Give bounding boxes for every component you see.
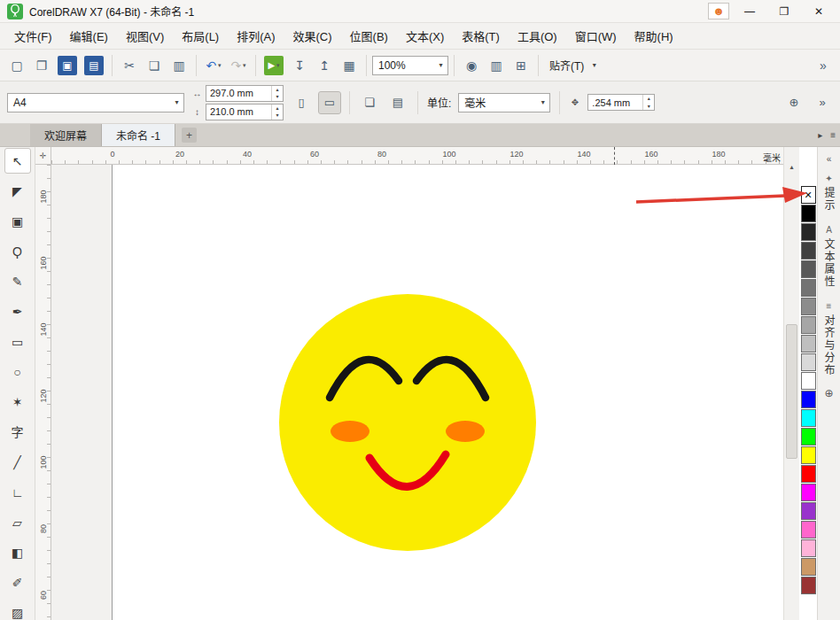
new-document-button[interactable]: ▢ (5, 54, 28, 77)
caret-down-icon[interactable]: ▾ (536, 98, 549, 106)
maximize-button[interactable]: ❐ (770, 3, 798, 20)
transparency-tool[interactable]: ◧ (5, 540, 30, 564)
landscape-button[interactable]: ▭ (319, 92, 340, 113)
color-swatch[interactable] (801, 316, 816, 334)
color-swatch[interactable] (801, 279, 816, 297)
undo-button[interactable]: ↶▾ (202, 54, 225, 77)
menu-item[interactable]: 文本(X) (397, 23, 453, 49)
color-swatch[interactable] (801, 335, 816, 353)
tab-menu-icon[interactable]: ≡ (830, 130, 836, 140)
page-size-combo[interactable]: A4 ▾ (7, 93, 184, 112)
menu-item[interactable]: 效果(C) (284, 23, 341, 49)
color-swatch[interactable] (801, 558, 816, 576)
smiley-face-circle[interactable] (279, 294, 536, 551)
page-height-field[interactable]: 210.0 mm ▴ ▾ (206, 104, 284, 120)
vertical-ruler[interactable]: 1801601401201008060 (35, 165, 51, 620)
print-button[interactable]: ▤ (84, 56, 104, 75)
all-pages-button[interactable]: ❏ (359, 92, 380, 113)
customize-button[interactable]: ⊕ (783, 92, 805, 113)
smiley-artwork[interactable] (51, 165, 783, 620)
spin-up-icon[interactable]: ▴ (272, 105, 283, 112)
menu-item[interactable]: 编辑(E) (61, 23, 117, 49)
dimension-tool[interactable]: ╱ (5, 450, 30, 474)
drawing-canvas[interactable] (51, 165, 783, 620)
units-combo[interactable]: 毫米 ▾ (458, 93, 550, 112)
caret-down-icon[interactable]: ▾ (170, 98, 183, 106)
copy-button[interactable]: ❏ (143, 54, 166, 77)
document-tab[interactable]: 欢迎屏幕 (30, 124, 102, 146)
show-grid-button[interactable]: ⊞ (509, 54, 533, 77)
export-button[interactable]: ↥ (313, 54, 336, 77)
menu-item[interactable]: 视图(V) (117, 23, 173, 49)
menu-item[interactable]: 工具(O) (509, 23, 566, 49)
toolbar-overflow-button[interactable]: » (812, 54, 835, 77)
application-launcher-button[interactable]: ▶▾ (264, 56, 284, 75)
color-swatch[interactable] (801, 353, 816, 371)
rectangle-tool[interactable]: ▭ (5, 329, 30, 353)
nudge-offset-field[interactable]: .254 mm ▴ ▾ (587, 94, 655, 111)
docker-tab[interactable]: ✦提示 (821, 174, 836, 212)
color-swatch[interactable] (801, 205, 816, 222)
color-swatch[interactable] (801, 298, 816, 315)
connector-tool[interactable]: ∟ (5, 480, 30, 504)
ellipse-tool[interactable]: ○ (5, 360, 30, 384)
zoom-level-combo[interactable]: 100%▾ (372, 56, 448, 75)
open-button[interactable]: ❐ (30, 54, 53, 77)
color-swatch[interactable] (801, 502, 816, 520)
spin-down-icon[interactable]: ▾ (643, 103, 654, 111)
expand-dockers-icon[interactable]: « (827, 154, 832, 164)
menu-item[interactable]: 帮助(H) (626, 23, 682, 49)
no-color-swatch[interactable]: ✕ (801, 186, 816, 204)
paste-button[interactable]: ▥ (167, 54, 191, 77)
drop-shadow-tool[interactable]: ▱ (5, 510, 30, 534)
spinner-control[interactable]: ▴ ▾ (271, 86, 283, 101)
spin-up-icon[interactable]: ▴ (643, 95, 654, 103)
docker-tab[interactable]: A文本属性 (821, 226, 836, 288)
color-swatch[interactable] (801, 409, 816, 427)
color-swatch[interactable] (801, 539, 816, 557)
page-width-field[interactable]: 297.0 mm ▴ ▾ (206, 85, 284, 102)
welcome-screen-button[interactable]: ▦ (338, 54, 361, 77)
horizontal-ruler[interactable]: 毫米 020406080100120140160180 (51, 147, 783, 165)
close-button[interactable]: ✕ (805, 3, 833, 20)
menu-item[interactable]: 位图(B) (341, 23, 397, 49)
snap-options-button[interactable]: 贴齐(T)▾ (544, 55, 606, 76)
interactive-fill-tool[interactable]: ▨ (5, 601, 30, 620)
color-swatch[interactable] (801, 242, 816, 260)
spin-down-icon[interactable]: ▾ (272, 112, 283, 120)
color-swatch[interactable] (801, 260, 816, 278)
redo-button[interactable]: ↷▾ (227, 54, 250, 77)
spin-down-icon[interactable]: ▾ (272, 93, 283, 101)
color-swatch[interactable] (801, 521, 816, 539)
caret-down-icon[interactable]: ▾ (434, 61, 447, 69)
menu-item[interactable]: 文件(F) (5, 23, 61, 49)
color-swatch[interactable] (801, 223, 816, 241)
spinner-control[interactable]: ▴ ▾ (642, 95, 654, 110)
docker-tab[interactable]: ≡对齐与分布 (821, 302, 836, 376)
cut-button[interactable]: ✂ (118, 54, 141, 77)
propbar-overflow-button[interactable]: » (812, 92, 833, 113)
tab-scroll-icon[interactable]: ▸ (818, 130, 822, 140)
color-swatch[interactable] (801, 465, 816, 483)
scrollbar-thumb[interactable] (786, 324, 797, 459)
document-tab[interactable]: 未命名 -1 (102, 124, 175, 146)
account-avatar-icon[interactable]: ☻ (708, 3, 729, 19)
polygon-tool[interactable]: ✶ (5, 390, 30, 414)
zoom-tool[interactable]: Ϙ (5, 239, 30, 263)
shape-tool[interactable]: ◤ (5, 179, 30, 203)
vertical-scrollbar[interactable]: ▴ (783, 147, 799, 620)
color-swatch[interactable] (801, 577, 816, 594)
menu-item[interactable]: 布局(L) (173, 23, 228, 49)
current-page-button[interactable]: ▤ (387, 92, 408, 113)
import-button[interactable]: ↧ (288, 54, 311, 77)
crop-tool[interactable]: ▣ (5, 209, 30, 233)
menu-item[interactable]: 表格(T) (453, 23, 509, 49)
spin-up-icon[interactable]: ▴ (272, 86, 283, 94)
minimize-button[interactable]: — (735, 3, 764, 20)
portrait-button[interactable]: ▯ (291, 92, 312, 113)
color-swatch[interactable] (801, 372, 816, 390)
smiley-left-cheek[interactable] (331, 421, 369, 442)
save-button[interactable]: ▣ (58, 56, 77, 75)
smiley-right-cheek[interactable] (446, 421, 485, 442)
color-swatch[interactable] (801, 391, 816, 408)
